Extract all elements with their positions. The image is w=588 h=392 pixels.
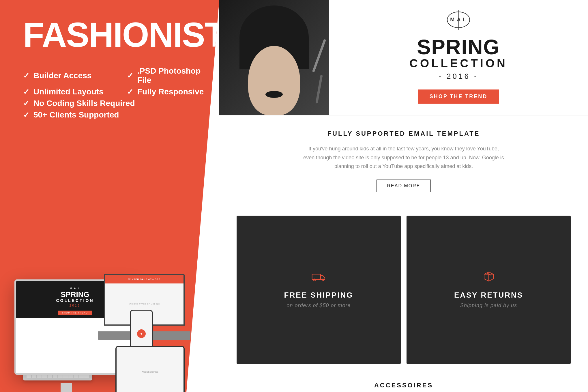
free-shipping-card: FREE SHIPPING on orders of $50 or more — [237, 216, 401, 364]
svg-rect-0 — [312, 274, 320, 279]
features-row-2: ✓ Unlimited Layouts ✓ Fully Responsive — [23, 87, 196, 96]
box-icon — [482, 271, 496, 285]
brand-letters: M A L — [450, 17, 467, 23]
feature-item-3: ✓ No Coding Skills Required — [23, 99, 135, 108]
lips-shape — [265, 91, 283, 98]
features-list: ✓ Builder Access ✓ .PSD Photoshop File ✓… — [23, 66, 196, 120]
collection-info: M A L SPRING COLLECTION - 2016 - SHOP TH… — [329, 0, 588, 115]
feature-item-2: ✓ Unlimited Layouts — [23, 87, 104, 96]
check-icon-responsive: ✓ — [127, 87, 133, 96]
feature-item-4: ✓ 50+ Clients Supported — [23, 110, 119, 120]
tablet-mockup: ACCESSOIRES — [115, 346, 185, 392]
feature-label-responsive: Fully Responsive — [137, 87, 204, 96]
monitor-collection: COLLECTION — [56, 298, 94, 303]
tablet-screen: ACCESSOIRES — [117, 347, 183, 392]
read-more-button[interactable]: READ MORE — [377, 180, 431, 192]
features-row-4: ✓ 50+ Clients Supported — [23, 110, 196, 120]
truck-icon — [312, 271, 326, 285]
face-shape — [248, 46, 300, 115]
supported-desc: If you've hung around kids at all in the… — [303, 144, 505, 171]
right-panel: M A L SPRING COLLECTION - 2016 - SHOP TH… — [219, 0, 588, 392]
devices-area: M A L SPRING COLLECTION — 2016 — SHOP TH… — [6, 196, 254, 392]
brand-logo: M A L — [447, 12, 470, 28]
monitor-brand: M A L — [70, 287, 80, 290]
free-shipping-title: FREE SHIPPING — [284, 291, 353, 300]
top-section: M A L SPRING COLLECTION - 2016 - SHOP TH… — [219, 0, 588, 115]
accessoires-title: ACCESSOIRES — [242, 382, 565, 389]
phone-icon: ♥ — [137, 329, 146, 338]
check-icon-2: ✓ — [23, 87, 29, 96]
feature-item-1: ✓ Builder Access — [23, 66, 104, 85]
brushes — [318, 38, 320, 104]
check-icon-4: ✓ — [23, 111, 29, 120]
middle-section: FULLY SUPPORTED EMAIL TEMPLATE If you've… — [219, 115, 588, 207]
spring-heading: SPRING — [417, 37, 500, 57]
tablet-content: ACCESSOIRES — [142, 371, 158, 373]
brush-2 — [315, 75, 323, 104]
feature-label-1: Builder Access — [33, 71, 91, 80]
feature-item-responsive: ✓ Fully Responsive — [127, 87, 208, 96]
feature-label-3: No Coding Skills Required — [33, 99, 135, 108]
easy-returns-card: EASY RETURNS Shipping is paid by us — [407, 216, 571, 364]
shop-button[interactable]: SHOP THE TREND — [418, 89, 499, 104]
monitor-btn: SHOP THE TREND — [58, 311, 92, 315]
feature-label-psd: .PSD Photoshop File — [137, 66, 208, 85]
bottom-cards: FREE SHIPPING on orders of $50 or more E… — [219, 207, 588, 373]
fashion-photo — [219, 0, 329, 115]
check-icon-psd: ✓ — [127, 71, 133, 80]
laptop-header: WINTER SALE 40% OFF — [105, 275, 183, 283]
brush-1 — [312, 39, 326, 72]
collection-heading: COLLECTION — [409, 57, 508, 69]
easy-returns-sub: Shipping is paid by us — [460, 303, 517, 309]
monitor-stand — [61, 383, 72, 392]
supported-title: FULLY SUPPORTED EMAIL TEMPLATE — [242, 130, 565, 137]
main-title: FASHIONISTA — [23, 17, 196, 52]
face-silhouette — [239, 5, 309, 115]
free-shipping-sub: on orders of $50 or more — [286, 303, 351, 309]
accessoires-section: ACCESSOIRES — [219, 373, 588, 392]
year-text: - 2016 - — [439, 72, 478, 81]
check-icon-3: ✓ — [23, 99, 29, 108]
check-icon-1: ✓ — [23, 71, 29, 80]
svg-point-1 — [313, 279, 315, 281]
left-panel: FASHIONISTA ✓ Builder Access ✓ .PSD Phot… — [0, 0, 219, 392]
feature-item-psd: ✓ .PSD Photoshop File — [127, 66, 208, 85]
feature-label-4: 50+ Clients Supported — [33, 110, 119, 120]
monitor-spring: SPRING — [61, 291, 89, 298]
feature-label-2: Unlimited Layouts — [33, 87, 104, 96]
features-row-3: ✓ No Coding Skills Required — [23, 99, 196, 108]
svg-point-2 — [322, 279, 324, 281]
monitor-year: — 2016 — — [63, 304, 87, 307]
easy-returns-title: EASY RETURNS — [454, 291, 523, 300]
features-row-1: ✓ Builder Access ✓ .PSD Photoshop File — [23, 66, 196, 85]
